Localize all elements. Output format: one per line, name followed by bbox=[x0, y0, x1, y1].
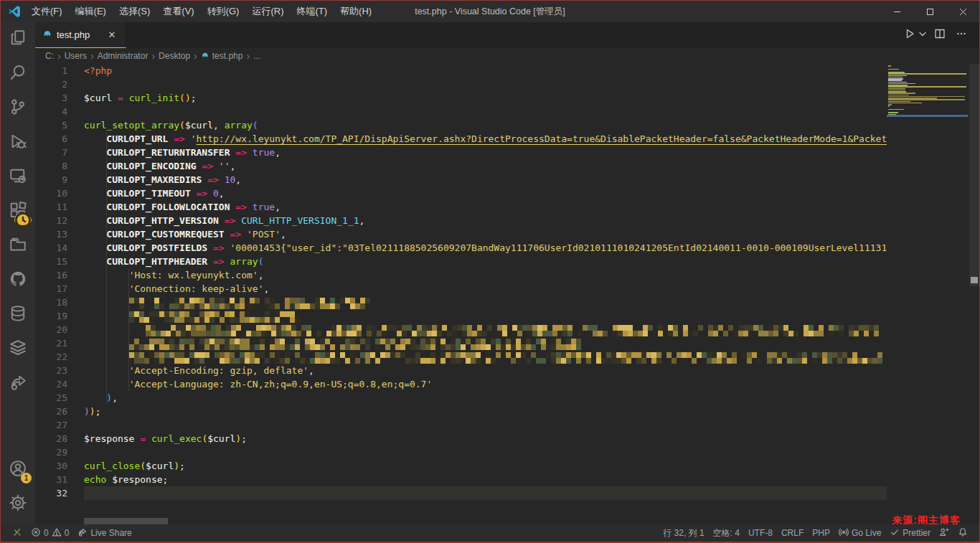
code-line-11[interactable]: 11 CURLOPT_FOLLOWLOCATION => true, bbox=[35, 200, 887, 214]
status-encoding[interactable]: UTF-8 bbox=[744, 524, 777, 542]
menu-item-2[interactable]: 编辑(E) bbox=[69, 4, 113, 19]
status-language-mode[interactable]: PHP bbox=[808, 524, 834, 542]
menu-item-4[interactable]: 查看(V) bbox=[156, 4, 200, 19]
code-line-27[interactable]: 27 bbox=[35, 418, 887, 432]
code-line-19[interactable]: 19 bbox=[35, 309, 887, 323]
code-line-23[interactable]: 23 'Accept-Encoding: gzip, deflate', bbox=[35, 364, 887, 377]
activity-item-github[interactable] bbox=[1, 263, 35, 298]
activity-item-run-debug[interactable] bbox=[1, 126, 35, 160]
menu-item-7[interactable]: 终端(T) bbox=[290, 4, 334, 19]
code-line-28[interactable]: 28$response = curl_exec($curl); bbox=[35, 432, 887, 445]
breadcrumb-item-1[interactable]: C: bbox=[45, 51, 54, 61]
horizontal-scrollbar-thumb[interactable] bbox=[84, 518, 168, 524]
line-content bbox=[84, 336, 887, 350]
code-line-29[interactable]: 29 bbox=[35, 445, 887, 459]
code-line-17[interactable]: 17 'Connection: keep-alive', bbox=[35, 282, 887, 296]
code-line-24[interactable]: 24 'Accept-Language: zh-CN,zh;q=0.9,en-U… bbox=[35, 377, 887, 391]
code-line-16[interactable]: 16 'Host: wx.leyunykt.com', bbox=[35, 268, 887, 282]
tab-close-icon[interactable]: ✕ bbox=[105, 29, 118, 42]
status-prettier[interactable]: Prettier bbox=[885, 524, 935, 542]
code-line-8[interactable]: 8 CURLOPT_ENCODING => '', bbox=[35, 159, 887, 173]
code-line-3[interactable]: 3$curl = curl_init(); bbox=[35, 91, 887, 105]
status-feedback[interactable] bbox=[935, 524, 953, 542]
code-line-9[interactable]: 9 CURLOPT_MAXREDIRS => 10, bbox=[35, 173, 887, 186]
code-line-13[interactable]: 13 CURLOPT_CUSTOMREQUEST => 'POST', bbox=[35, 227, 887, 241]
status-notifications[interactable] bbox=[953, 524, 972, 542]
line-number: 27 bbox=[35, 418, 67, 432]
code-line-1[interactable]: 1<?php bbox=[35, 64, 887, 77]
code-line-2[interactable]: 2 bbox=[35, 77, 887, 91]
menu-item-6[interactable]: 运行(R) bbox=[245, 4, 290, 19]
status-live-share[interactable]: Live Share bbox=[73, 524, 136, 542]
status-cursor-position[interactable]: 行 32, 列 1 bbox=[659, 524, 708, 542]
breadcrumb: C:›Users›Administrator›Desktop›test.php›… bbox=[35, 48, 979, 64]
menu-item-8[interactable]: 帮助(H) bbox=[334, 4, 378, 19]
status-remote-indicator[interactable] bbox=[8, 524, 27, 542]
minimap-line bbox=[888, 105, 890, 107]
php-icon bbox=[201, 51, 209, 62]
activity-item-live-share[interactable] bbox=[1, 367, 35, 401]
maximize-icon[interactable] bbox=[913, 1, 946, 22]
code-line-5[interactable]: 5curl_setopt_array($curl, array( bbox=[35, 118, 887, 132]
code-line-31[interactable]: 31echo $response; bbox=[35, 473, 887, 486]
breadcrumb-item-3[interactable]: Administrator bbox=[98, 51, 149, 61]
activity-item-database[interactable] bbox=[1, 298, 35, 332]
activity-item-source-control[interactable] bbox=[1, 91, 35, 126]
line-content: <?php bbox=[84, 64, 887, 77]
activity-item-remote-explorer[interactable] bbox=[1, 160, 35, 194]
line-number: 9 bbox=[35, 173, 67, 186]
line-number: 3 bbox=[35, 91, 67, 105]
menu-item-3[interactable]: 选择(S) bbox=[113, 4, 156, 19]
code-line-22[interactable]: 22 bbox=[35, 350, 887, 364]
breadcrumb-item-5[interactable]: test.php bbox=[201, 51, 243, 62]
menu-item-1[interactable]: 文件(F) bbox=[25, 4, 69, 19]
code-line-12[interactable]: 12 CURLOPT_HTTP_VERSION => CURL_HTTP_VER… bbox=[35, 214, 887, 227]
tab-test-php[interactable]: test.php ✕ bbox=[35, 22, 126, 48]
minimize-icon[interactable] bbox=[880, 1, 913, 22]
code-line-7[interactable]: 7 CURLOPT_RETURNTRANSFER => true, bbox=[35, 146, 887, 159]
status-eol[interactable]: CRLF bbox=[777, 524, 808, 542]
minimap[interactable] bbox=[887, 64, 969, 524]
code-line-10[interactable]: 10 CURLOPT_TIMEOUT => 0, bbox=[35, 186, 887, 200]
more-actions-button[interactable] bbox=[952, 26, 971, 44]
activity-item-accounts[interactable]: 1 bbox=[1, 453, 35, 487]
code-line-32[interactable]: 32 bbox=[35, 486, 887, 500]
breadcrumb-separator: › bbox=[194, 50, 197, 62]
activity-item-search[interactable] bbox=[1, 57, 35, 91]
activity-item-explorer[interactable] bbox=[1, 22, 35, 57]
code-line-18[interactable]: 18 bbox=[35, 296, 887, 309]
code-line-15[interactable]: 15 CURLOPT_HTTPHEADER => array( bbox=[35, 255, 887, 268]
code-line-14[interactable]: 14 CURLOPT_POSTFIELDS => '00001453{"user… bbox=[35, 241, 887, 255]
activity-item-project-manager[interactable] bbox=[1, 229, 35, 263]
status-indentation[interactable]: 空格: 4 bbox=[709, 524, 744, 542]
breadcrumb-item-2[interactable]: Users bbox=[65, 51, 87, 61]
code-line-25[interactable]: 25 ), bbox=[35, 391, 887, 405]
line-content: CURLOPT_HTTP_VERSION => CURL_HTTP_VERSIO… bbox=[84, 214, 887, 227]
vertical-scrollbar-thumb[interactable] bbox=[971, 277, 978, 283]
code-line-4[interactable]: 4 bbox=[35, 105, 887, 118]
activity-item-settings[interactable] bbox=[1, 487, 35, 521]
vscode-logo-icon bbox=[4, 5, 25, 18]
code-line-20[interactable]: 20 bbox=[35, 323, 887, 336]
code-line-26[interactable]: 26)); bbox=[35, 405, 887, 418]
activity-item-extensions[interactable] bbox=[1, 194, 35, 229]
close-icon[interactable] bbox=[946, 1, 979, 22]
status-problems[interactable]: 00 bbox=[27, 524, 73, 542]
activity-bar-bottom: 1 bbox=[1, 453, 35, 521]
status-go-live[interactable]: Go Live bbox=[834, 524, 885, 542]
editor-area[interactable]: 1<?php23$curl = curl_init();45curl_setop… bbox=[35, 64, 979, 524]
code-line-30[interactable]: 30curl_close($curl); bbox=[35, 459, 887, 473]
split-editor-button[interactable] bbox=[930, 26, 949, 44]
breadcrumb-item-4[interactable]: Desktop bbox=[159, 51, 190, 61]
line-number: 18 bbox=[35, 296, 67, 309]
line-content: CURLOPT_RETURNTRANSFER => true, bbox=[84, 146, 887, 159]
code-line-21[interactable]: 21 bbox=[35, 336, 887, 350]
activity-item-docker[interactable] bbox=[1, 332, 35, 367]
minimap-line bbox=[888, 69, 899, 70]
menu-item-5[interactable]: 转到(G) bbox=[201, 4, 246, 19]
code-line-6[interactable]: 6 CURLOPT_URL => 'http://wx.leyunykt.com… bbox=[35, 132, 887, 146]
broadcast-icon bbox=[839, 527, 849, 539]
breadcrumb-item-6[interactable]: ... bbox=[253, 51, 260, 61]
vertical-scrollbar[interactable] bbox=[969, 64, 979, 286]
run-dropdown-button[interactable] bbox=[918, 26, 928, 44]
